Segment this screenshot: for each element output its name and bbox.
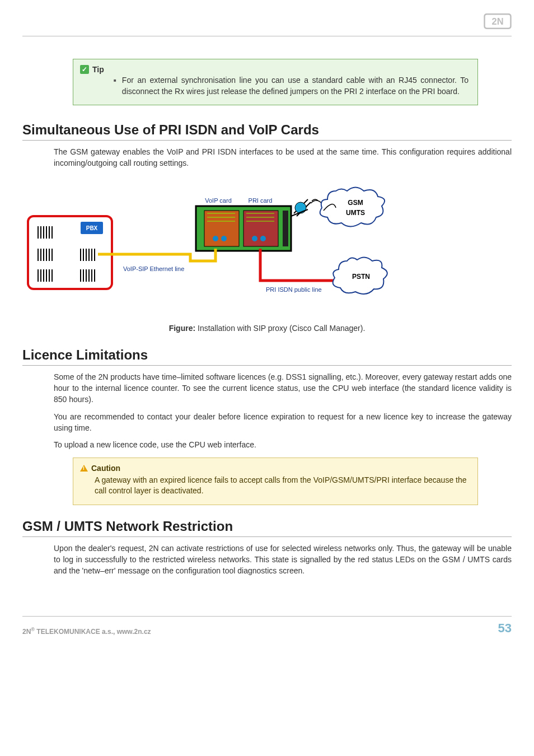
svg-text:PSTN: PSTN [352,273,370,281]
page-footer: 2N® TELEKOMUNIKACE a.s., www.2n.cz 53 [22,616,512,652]
tip-callout: ✓ Tip ■ For an external synchronisation … [73,59,478,105]
svg-text:PBX: PBX [86,225,98,231]
warning-icon [80,465,88,472]
svg-point-49 [260,236,266,241]
figure-caption: Figure: Installation with SIP proxy (Cis… [22,324,512,333]
svg-point-46 [213,236,218,241]
page-header: 2N [22,0,512,36]
check-icon: ✓ [80,65,89,74]
svg-rect-38 [243,211,278,246]
tip-text: For an external synchronisation line you… [122,75,469,97]
section2-p2: You are recommended to contact your deal… [54,411,512,434]
installation-diagram: PBX VoIP card PRI card VoIP-SIP Ethernet… [22,183,392,306]
page-number: 53 [498,621,512,636]
svg-point-47 [221,236,227,241]
caution-label: Caution [91,464,120,473]
svg-rect-37 [204,211,239,246]
caution-text: A gateway with an expired licence fails … [95,475,469,497]
heading-simultaneous: Simultaneous Use of PRI ISDN and VoIP Ca… [22,122,512,141]
svg-text:2N: 2N [491,16,503,26]
brand-logo-2n: 2N [484,13,512,29]
footer-company: 2N® TELEKOMUNIKACE a.s., www.2n.cz [22,627,151,636]
svg-rect-39 [283,211,288,246]
heading-gsm-restriction: GSM / UMTS Network Restriction [22,519,512,537]
caution-callout: Caution A gateway with an expired licenc… [73,458,478,505]
bullet-icon: ■ [114,77,116,97]
svg-text:PRI card: PRI card [249,197,273,204]
tip-label: Tip [92,65,104,74]
svg-text:VoIP card: VoIP card [205,197,232,204]
section1-p1: The GSM gateway enables the VoIP and PRI… [54,146,512,169]
heading-licence: Licence Limitations [22,347,512,366]
svg-text:GSM: GSM [348,199,363,207]
section2-p1: Some of the 2N products have time–limite… [54,371,512,405]
section2-p3: To upload a new licence code, use the CP… [54,439,512,450]
section3-p1: Upon the dealer's request, 2N can activa… [54,543,512,577]
svg-point-48 [252,236,257,241]
svg-point-54 [295,202,306,213]
svg-text:PRI ISDN public line: PRI ISDN public line [266,286,322,293]
svg-text:UMTS: UMTS [346,209,365,217]
svg-text:VoIP-SIP Ethernet line: VoIP-SIP Ethernet line [123,265,184,272]
